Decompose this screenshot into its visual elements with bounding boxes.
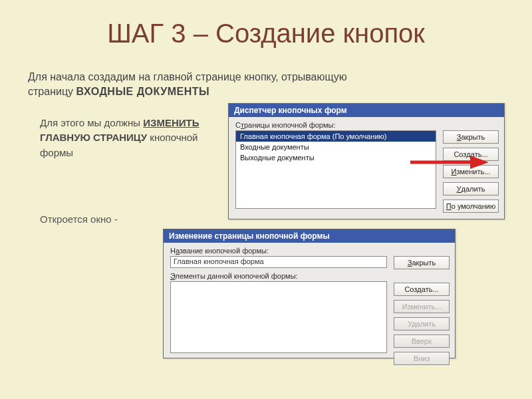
dialog1-titlebar: Диспетчер кнопочных форм xyxy=(229,104,504,117)
delete-button-disabled: Удалить xyxy=(394,317,450,331)
new-button[interactable]: Создать... xyxy=(443,148,499,161)
elements-label: Элементы данной кнопочной формы: xyxy=(170,272,387,280)
slide-title: ШАГ 3 – Создание кнопок xyxy=(0,0,532,49)
name-label: Название кнопочной формы: xyxy=(170,247,387,255)
close-button[interactable]: Закрыть xyxy=(394,256,450,269)
close-button[interactable]: Закрыть xyxy=(443,130,499,144)
name-input[interactable]: Главная кнопочная форма xyxy=(170,256,387,268)
edit-note: Для этого мы должны ИЗМЕНИТЬ ГЛАВНУЮ СТР… xyxy=(40,116,226,161)
down-button-disabled: Вниз xyxy=(394,352,450,365)
pages-listbox[interactable]: Главная кнопочная форма (По умолчанию) В… xyxy=(235,130,436,209)
dialog-edit-switchboard-page: Изменение страницы кнопочной формы Назва… xyxy=(163,229,456,358)
edit-button[interactable]: Изменить... xyxy=(443,165,499,178)
elements-listbox[interactable] xyxy=(170,281,387,353)
list-item[interactable]: Входные документы xyxy=(236,142,436,152)
list-item[interactable]: Выходные документы xyxy=(236,152,436,163)
edit-button-disabled: Изменить... xyxy=(394,300,450,313)
delete-button[interactable]: Удалить xyxy=(443,182,499,196)
new-button[interactable]: Создать... xyxy=(394,283,450,296)
intro-text: Для начала создадим на главной странице … xyxy=(28,70,504,100)
dialog-switchboard-manager: Диспетчер кнопочных форм Страницы кнопоч… xyxy=(228,103,505,219)
list-item[interactable]: Главная кнопочная форма (По умолчанию) xyxy=(236,131,436,142)
dialog2-titlebar: Изменение страницы кнопочной формы xyxy=(164,229,455,243)
default-button[interactable]: По умолчанию xyxy=(443,200,499,213)
pages-label: Страницы кнопочной формы: xyxy=(235,121,436,129)
up-button-disabled: Вверх xyxy=(394,334,450,348)
